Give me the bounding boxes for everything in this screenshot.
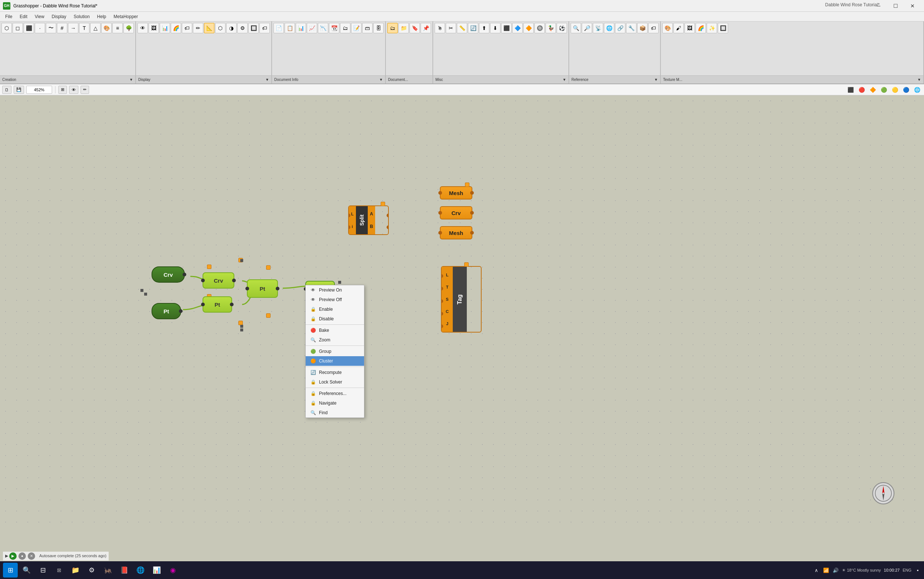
- pt-input-node[interactable]: Pt: [152, 303, 181, 319]
- crv-right-port-left[interactable]: [438, 211, 442, 215]
- shading-btn7[interactable]: 🌐: [912, 85, 922, 95]
- panel-misc-label[interactable]: Misc ▼: [433, 75, 568, 83]
- icon-ref4[interactable]: 🌐: [604, 23, 614, 33]
- canvas-area[interactable]: Crv Pt Crv Pt Pt Pt L i: [0, 95, 924, 530]
- icon-ref6[interactable]: 🔧: [626, 23, 636, 33]
- icon-info4[interactable]: 📈: [307, 23, 317, 33]
- icon-tex3[interactable]: 🖼: [685, 23, 695, 33]
- menu-edit[interactable]: Edit: [16, 13, 31, 20]
- icon-misc12[interactable]: ⚽: [557, 23, 567, 33]
- draw-button[interactable]: ✏: [80, 86, 89, 94]
- split-port-right-top[interactable]: [387, 214, 389, 217]
- shading-btn5[interactable]: 🟡: [890, 85, 899, 95]
- taskbar-app2[interactable]: ◉: [165, 563, 180, 577]
- menu-file[interactable]: File: [2, 13, 16, 20]
- menu-help[interactable]: Help: [93, 13, 110, 20]
- icon-ref3[interactable]: 📡: [593, 23, 603, 33]
- taskbar-fileexplorer[interactable]: 📁: [68, 563, 83, 577]
- icon-tag2[interactable]: 🏷: [260, 23, 270, 33]
- mesh1-port-left[interactable]: [438, 191, 442, 195]
- icon-bool[interactable]: T: [79, 23, 90, 33]
- taskbar-search[interactable]: 🔍: [19, 563, 34, 577]
- menu-metahopper[interactable]: MetaHopper: [110, 13, 142, 20]
- icon-ref8[interactable]: 🏷: [648, 23, 659, 33]
- language-indicator[interactable]: ENG: [903, 568, 911, 572]
- panel-doc-info-label[interactable]: Document Info ▼: [272, 75, 385, 83]
- icon-number[interactable]: #: [57, 23, 67, 33]
- icon-tex1[interactable]: 🎨: [662, 23, 673, 33]
- icon-surface[interactable]: ◻: [13, 23, 23, 33]
- icon-info3[interactable]: 📊: [296, 23, 306, 33]
- icon-list[interactable]: ≡: [112, 23, 123, 33]
- ctx-bake[interactable]: 🔴 Bake: [306, 325, 364, 335]
- ctx-enable[interactable]: 🔒 Enable: [306, 304, 364, 314]
- icon-point[interactable]: ·: [35, 23, 45, 33]
- icon-info7[interactable]: 🗂: [340, 23, 350, 33]
- icon-info6[interactable]: 📆: [329, 23, 339, 33]
- split-node[interactable]: L i Split A B: [348, 205, 389, 235]
- icon-ref7[interactable]: 📦: [637, 23, 648, 33]
- panel-texture-label[interactable]: Texture M... ▼: [661, 75, 923, 83]
- icon-ref5[interactable]: 🔗: [615, 23, 625, 33]
- menu-solution[interactable]: Solution: [70, 13, 93, 20]
- ctx-navigate[interactable]: 🔒 Navigate: [306, 398, 364, 408]
- ctx-preview-on[interactable]: 👁 Preview On: [306, 285, 364, 295]
- icon-ref2[interactable]: 🔎: [582, 23, 592, 33]
- icon-preview[interactable]: 👁: [137, 23, 148, 33]
- mesh2-port-left[interactable]: [438, 231, 442, 235]
- pt-input-port-right[interactable]: [179, 309, 183, 313]
- show-desktop[interactable]: ▪: [914, 567, 921, 574]
- icon-curve[interactable]: 〜: [46, 23, 56, 33]
- crv-right-node[interactable]: Crv: [440, 206, 473, 219]
- menu-display[interactable]: Display: [48, 13, 70, 20]
- ctx-recompute[interactable]: 🔄 Recompute: [306, 368, 364, 377]
- shading-btn1[interactable]: ⬛: [846, 85, 855, 95]
- shading-btn3[interactable]: 🔶: [868, 85, 877, 95]
- panel-creation-label[interactable]: Creation ▼: [0, 75, 135, 83]
- icon-tree[interactable]: 🌳: [123, 23, 134, 33]
- ctx-find[interactable]: 🔍 Find: [306, 408, 364, 417]
- icon-viz[interactable]: 📊: [160, 23, 170, 33]
- zoom-input[interactable]: 452%: [26, 86, 52, 94]
- icon-doc3[interactable]: 🔖: [409, 23, 420, 33]
- icon-misc3[interactable]: 📏: [457, 23, 467, 33]
- shading-btn4[interactable]: 🟢: [879, 85, 888, 95]
- taskbar-acrobat[interactable]: 📕: [117, 563, 132, 577]
- menu-view[interactable]: View: [31, 13, 48, 20]
- ctx-cluster[interactable]: 🟠 Cluster: [306, 356, 364, 366]
- icon-misc6[interactable]: ⬇: [490, 23, 500, 33]
- icon-misc4[interactable]: 🔄: [468, 23, 478, 33]
- icon-info10[interactable]: 🗄: [373, 23, 384, 33]
- tray-network[interactable]: 📶: [823, 567, 829, 574]
- taskbar-taskview[interactable]: ⊟: [36, 563, 50, 577]
- icon-misc10[interactable]: 🔘: [535, 23, 545, 33]
- ctx-zoom[interactable]: 🔍 Zoom: [306, 335, 364, 345]
- close-button[interactable]: ✕: [904, 0, 921, 12]
- icon-doc1[interactable]: 🗂: [388, 23, 398, 33]
- icon-label[interactable]: 🏷: [182, 23, 192, 33]
- icon-misc9[interactable]: 🔶: [523, 23, 534, 33]
- stop-icon[interactable]: ✕: [28, 553, 35, 560]
- fit-button[interactable]: ⊞: [59, 86, 67, 94]
- shading-btn2[interactable]: 🔴: [857, 85, 866, 95]
- panel-display-label[interactable]: Display ▼: [136, 75, 271, 83]
- pt-node-port-right[interactable]: [276, 287, 280, 290]
- taskbar-dell[interactable]: ⊠: [52, 563, 67, 577]
- play-icon[interactable]: ▶: [9, 553, 16, 560]
- tray-volume[interactable]: 🔊: [832, 567, 839, 574]
- start-button[interactable]: ⊞: [3, 563, 18, 577]
- crv-input-port-right[interactable]: [183, 273, 186, 276]
- new-doc-button[interactable]: 🗋: [2, 86, 11, 94]
- icon-geo[interactable]: △: [90, 23, 101, 33]
- icon-doc2[interactable]: 📁: [398, 23, 409, 33]
- pt-mid-port-left[interactable]: [201, 303, 205, 306]
- icon-vector[interactable]: →: [68, 23, 78, 33]
- icon-doc4[interactable]: 📌: [420, 23, 431, 33]
- icon-info2[interactable]: 📋: [285, 23, 295, 33]
- panel-document-label[interactable]: Document...: [386, 75, 432, 83]
- split-port-right-bot[interactable]: [387, 226, 389, 229]
- icon-mesh[interactable]: ⬛: [24, 23, 34, 33]
- icon-ref1[interactable]: 🔍: [571, 23, 581, 33]
- tag-node[interactable]: L T S C J Tag: [441, 266, 482, 332]
- ctx-preview-off[interactable]: 👁 Preview Off: [306, 295, 364, 304]
